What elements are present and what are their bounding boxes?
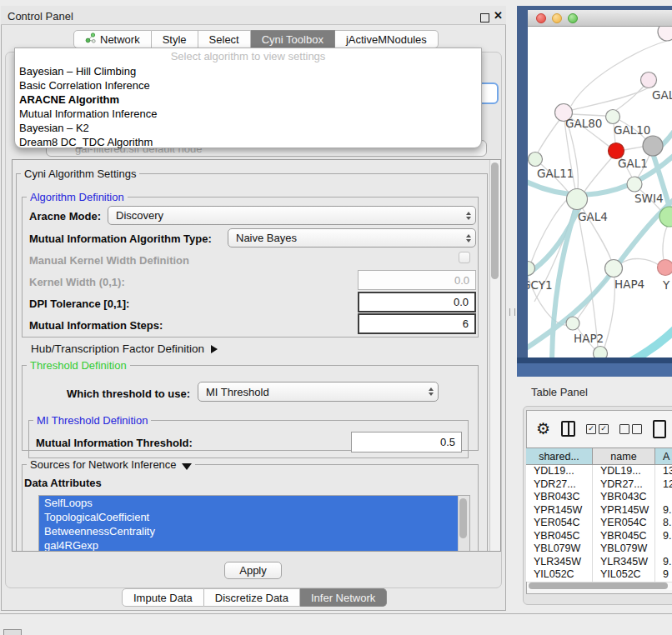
tab-discretize-data[interactable]: Discretize Data xyxy=(204,588,300,607)
dropdown-item-bayesian-k2[interactable]: Bayesian – K2 xyxy=(15,121,481,135)
node-gal11[interactable] xyxy=(529,152,543,167)
table-toolbar: ⚙ ✓✓ xyxy=(526,410,672,448)
column-header-shared[interactable]: shared... xyxy=(526,448,593,464)
table-hscrollbar-thumb[interactable] xyxy=(529,582,668,589)
mi-steps-label: Mutual Information Steps: xyxy=(29,319,163,332)
tab-impute-data[interactable]: Impute Data xyxy=(122,588,204,607)
algorithm-definition-title: Algorithm Definition xyxy=(27,191,128,203)
node-label: GAL80 xyxy=(565,117,602,130)
node-swi4[interactable] xyxy=(627,177,642,192)
node-partial-top[interactable] xyxy=(658,27,672,41)
tab-network-label: Network xyxy=(100,33,140,46)
table-row[interactable]: YDL19... YDL19... 13 xyxy=(526,465,672,478)
list-scrollbar-thumb[interactable] xyxy=(459,498,467,538)
cyni-algorithm-settings-title: Cyni Algorithm Settings xyxy=(21,168,139,180)
dropdown-prompt: Select algorithm to view settings xyxy=(15,50,481,64)
minimize-traffic-light[interactable] xyxy=(552,13,562,23)
cyni-settings-scrollpane: Cyni Algorithm Settings Algorithm Defini… xyxy=(12,159,501,552)
table-row[interactable]: YBR045C YBR045C 9. xyxy=(526,530,672,543)
tab-network[interactable]: Network xyxy=(73,30,152,48)
zoom-traffic-light[interactable] xyxy=(568,13,578,23)
control-panel-titlebar[interactable] xyxy=(1,6,506,25)
table-row[interactable]: YPR145W YPR145W 9. xyxy=(526,504,672,518)
settings-scrollbar-thumb[interactable] xyxy=(491,162,499,279)
node-label: GAL1 xyxy=(618,157,648,170)
list-item-gal4rgexp[interactable]: gal4RGexp xyxy=(39,538,469,552)
dropdown-item-aracne[interactable]: ARACNE Algorithm xyxy=(15,92,481,107)
sources-title[interactable]: Sources for Network Inference xyxy=(27,458,195,471)
close-icon[interactable]: ✕ xyxy=(494,9,503,22)
network-canvas[interactable]: GAL GAL80 GAL10 GAL1 GAL11 SWI4 GAL4 GCY… xyxy=(528,27,672,358)
which-threshold-combo[interactable]: MI Threshold xyxy=(198,382,439,402)
deselect-all-checkboxes-icon[interactable] xyxy=(619,424,642,434)
mi-threshold-field[interactable]: 0.5 xyxy=(351,432,462,452)
node-label: GAL xyxy=(652,88,672,102)
list-item-topologicalcoefficient[interactable]: TopologicalCoefficient xyxy=(39,510,469,524)
float-window-icon[interactable] xyxy=(480,13,489,22)
node-gal4[interactable] xyxy=(567,189,588,210)
network-window-titlebar[interactable] xyxy=(528,10,672,27)
aracne-mode-combo[interactable]: Discovery xyxy=(108,206,476,225)
tab-select[interactable]: Select xyxy=(198,30,251,48)
dropdown-item-dream8[interactable]: Dream8 DC_TDC Algorithm xyxy=(15,135,481,149)
dpi-tolerance-field[interactable]: 0.0 xyxy=(358,292,476,312)
algorithm-dropdown-list: Select algorithm to view settings Bayesi… xyxy=(14,48,482,148)
network-node-labels: GAL GAL80 GAL10 GAL1 GAL11 SWI4 GAL4 GCY… xyxy=(528,88,672,345)
hub-transcription-factor-section[interactable]: Hub/Transcription Factor Definition xyxy=(31,342,218,355)
network-graph: GAL GAL80 GAL10 GAL1 GAL11 SWI4 GAL4 GCY… xyxy=(528,27,672,358)
status-bar-partial-button[interactable] xyxy=(3,629,22,635)
network-window-bottom-edge xyxy=(517,358,672,363)
node-label: HAP4 xyxy=(614,278,644,291)
manual-kernel-width-label: Manual Kernel Width Definition xyxy=(29,254,189,267)
columns-icon[interactable] xyxy=(561,421,575,437)
tab-jactivemnodules[interactable]: jActiveMNodules xyxy=(335,30,439,48)
tab-infer-network[interactable]: Infer Network xyxy=(300,588,387,607)
list-item-betweennesscentrality[interactable]: BetweennessCentrality xyxy=(39,524,469,538)
kernel-width-label: Kernel Width (0,1): xyxy=(29,276,125,288)
tab-cyni-toolbox[interactable]: Cyni Toolbox xyxy=(251,30,335,48)
table-panel-title: Table Panel xyxy=(531,386,588,398)
which-threshold-label: Which threshold to use: xyxy=(67,388,190,400)
column-header-name[interactable]: name xyxy=(593,448,655,464)
node-label: GAL11 xyxy=(537,167,574,180)
expanded-arrow-icon xyxy=(182,463,192,470)
mi-algorithm-type-label: Mutual Information Algorithm Type: xyxy=(29,232,212,245)
apply-button[interactable]: Apply xyxy=(224,562,282,579)
table-row[interactable]: YIL052C YIL052C 9 xyxy=(526,568,672,582)
node-gal10[interactable] xyxy=(606,110,620,124)
file-icon[interactable] xyxy=(653,420,666,438)
node-label: SWI4 xyxy=(634,192,664,205)
node-label: GAL10 xyxy=(614,123,650,137)
dropdown-item-mutual-information[interactable]: Mutual Information Inference xyxy=(15,107,481,121)
table-row[interactable]: YBR043C YBR043C xyxy=(526,491,672,504)
mi-threshold-label: Mutual Information Threshold: xyxy=(36,437,193,449)
node-hap4[interactable] xyxy=(605,260,623,278)
table-row[interactable]: YER054C YER054C 8. xyxy=(526,517,672,530)
node-partial-bottom[interactable] xyxy=(594,347,608,358)
dpi-tolerance-label: DPI Tolerance [0,1]: xyxy=(29,298,129,310)
node-gcy1[interactable] xyxy=(528,262,535,276)
panel-divider-handle[interactable] xyxy=(509,308,515,316)
dropdown-item-bayesian-hill-climbing[interactable]: Bayesian – Hill Climbing xyxy=(15,64,481,78)
table-row[interactable]: YDR27... YDR27... 12 xyxy=(526,478,672,492)
screen: Control Panel ✕ Network Style xyxy=(0,0,672,635)
select-all-checkboxes-icon[interactable]: ✓✓ xyxy=(586,424,609,434)
node-gray[interactable] xyxy=(643,136,663,156)
control-panel-tabbar: Network Style Select Cyni Toolbox jActiv… xyxy=(73,30,439,48)
tab-style[interactable]: Style xyxy=(152,30,198,48)
node-hap2[interactable] xyxy=(566,317,579,330)
mi-algorithm-type-combo[interactable]: Naive Bayes xyxy=(228,228,476,248)
cyni-bottom-tabbar: Impute Data Discretize Data Infer Networ… xyxy=(122,588,387,607)
dropdown-item-basic-correlation[interactable]: Basic Correlation Inference xyxy=(15,78,481,92)
table-row[interactable]: YLR345W YLR345W 9. xyxy=(526,556,672,569)
close-traffic-light[interactable] xyxy=(536,13,546,23)
column-header-partial[interactable]: A xyxy=(655,448,672,464)
network-thick-edges xyxy=(528,128,672,358)
mi-threshold-definition-title: MI Threshold Definition xyxy=(33,414,151,427)
gear-icon[interactable]: ⚙ xyxy=(536,421,550,437)
node-salmon[interactable] xyxy=(658,260,672,276)
list-item-selfloops[interactable]: SelfLoops xyxy=(39,496,469,510)
node-gal[interactable] xyxy=(641,72,657,88)
table-row[interactable]: YBL079W YBL079W xyxy=(526,542,672,556)
mi-steps-field[interactable]: 6 xyxy=(358,313,476,334)
